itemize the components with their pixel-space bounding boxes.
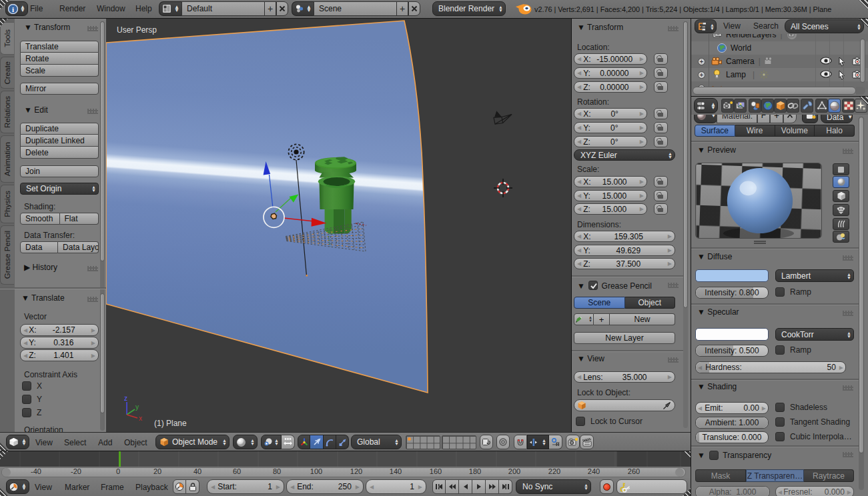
- svg-text:(1) Plane: (1) Plane: [154, 419, 187, 428]
- svg-text:User Persp: User Persp: [117, 25, 157, 35]
- svg-text:z: z: [124, 395, 127, 402]
- svg-text:x: x: [139, 415, 142, 422]
- svg-text:y: y: [135, 403, 139, 411]
- svg-text:i: i: [12, 5, 14, 13]
